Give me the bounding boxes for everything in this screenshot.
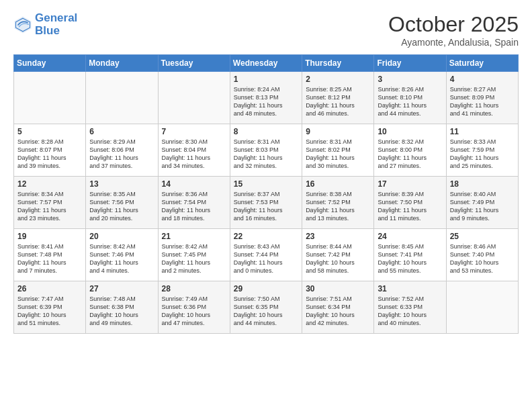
day-cell: 20Sunrise: 8:42 AM Sunset: 7:46 PM Dayli…	[86, 229, 158, 281]
day-number: 3	[378, 75, 442, 84]
title-block: October 2025 Ayamonte, Andalusia, Spain	[388, 12, 519, 48]
day-cell: 27Sunrise: 7:48 AM Sunset: 6:38 PM Dayli…	[86, 281, 158, 334]
week-row-4: 19Sunrise: 8:41 AM Sunset: 7:48 PM Dayli…	[14, 229, 519, 281]
day-number: 16	[306, 179, 370, 189]
day-info: Sunrise: 8:32 AM Sunset: 8:00 PM Dayligh…	[378, 138, 442, 171]
col-header-friday: Friday	[374, 55, 446, 72]
day-info: Sunrise: 8:25 AM Sunset: 8:12 PM Dayligh…	[306, 85, 370, 118]
day-cell	[158, 72, 230, 124]
day-number: 27	[89, 284, 154, 293]
day-info: Sunrise: 7:51 AM Sunset: 6:34 PM Dayligh…	[306, 295, 370, 328]
week-row-3: 12Sunrise: 8:34 AM Sunset: 7:57 PM Dayli…	[14, 177, 519, 229]
day-cell: 23Sunrise: 8:44 AM Sunset: 7:42 PM Dayli…	[302, 229, 374, 281]
day-number: 26	[17, 284, 82, 293]
day-info: Sunrise: 8:33 AM Sunset: 7:59 PM Dayligh…	[450, 138, 515, 171]
day-info: Sunrise: 8:38 AM Sunset: 7:52 PM Dayligh…	[306, 190, 370, 223]
day-info: Sunrise: 8:29 AM Sunset: 8:06 PM Dayligh…	[89, 138, 154, 171]
day-info: Sunrise: 8:44 AM Sunset: 7:42 PM Dayligh…	[306, 242, 370, 275]
day-cell: 31Sunrise: 7:52 AM Sunset: 6:33 PM Dayli…	[374, 281, 446, 334]
calendar-page: General Blue October 2025 Ayamonte, Anda…	[0, 0, 532, 411]
week-row-1: 1Sunrise: 8:24 AM Sunset: 8:13 PM Daylig…	[14, 72, 519, 124]
day-info: Sunrise: 8:45 AM Sunset: 7:41 PM Dayligh…	[378, 242, 442, 275]
day-cell	[446, 281, 518, 334]
day-cell: 6Sunrise: 8:29 AM Sunset: 8:06 PM Daylig…	[86, 124, 158, 177]
day-cell: 14Sunrise: 8:36 AM Sunset: 7:54 PM Dayli…	[158, 177, 230, 229]
svg-marker-0	[14, 16, 31, 33]
day-info: Sunrise: 8:35 AM Sunset: 7:56 PM Dayligh…	[89, 190, 154, 223]
day-number: 12	[17, 179, 82, 189]
day-info: Sunrise: 8:40 AM Sunset: 7:49 PM Dayligh…	[450, 190, 515, 223]
day-cell: 29Sunrise: 7:50 AM Sunset: 6:35 PM Dayli…	[230, 281, 302, 334]
day-number: 10	[378, 127, 442, 136]
day-cell: 30Sunrise: 7:51 AM Sunset: 6:34 PM Dayli…	[302, 281, 374, 334]
day-cell: 3Sunrise: 8:26 AM Sunset: 8:10 PM Daylig…	[374, 72, 446, 124]
day-info: Sunrise: 8:31 AM Sunset: 8:03 PM Dayligh…	[234, 138, 298, 171]
day-info: Sunrise: 7:47 AM Sunset: 6:39 PM Dayligh…	[17, 295, 82, 328]
day-cell	[86, 72, 158, 124]
header: General Blue October 2025 Ayamonte, Anda…	[13, 12, 519, 48]
col-header-tuesday: Tuesday	[158, 55, 230, 72]
header-row: SundayMondayTuesdayWednesdayThursdayFrid…	[14, 55, 519, 72]
day-cell: 11Sunrise: 8:33 AM Sunset: 7:59 PM Dayli…	[446, 124, 518, 177]
col-header-monday: Monday	[86, 55, 158, 72]
col-header-wednesday: Wednesday	[230, 55, 302, 72]
day-info: Sunrise: 8:42 AM Sunset: 7:46 PM Dayligh…	[89, 242, 154, 275]
day-number: 9	[306, 127, 370, 136]
day-cell: 2Sunrise: 8:25 AM Sunset: 8:12 PM Daylig…	[302, 72, 374, 124]
day-info: Sunrise: 7:48 AM Sunset: 6:38 PM Dayligh…	[89, 295, 154, 328]
day-number: 23	[306, 232, 370, 241]
calendar-subtitle: Ayamonte, Andalusia, Spain	[388, 37, 519, 48]
day-number: 8	[234, 127, 298, 136]
day-info: Sunrise: 7:50 AM Sunset: 6:35 PM Dayligh…	[234, 295, 298, 328]
day-cell: 10Sunrise: 8:32 AM Sunset: 8:00 PM Dayli…	[374, 124, 446, 177]
day-info: Sunrise: 8:39 AM Sunset: 7:50 PM Dayligh…	[378, 190, 442, 223]
day-cell: 15Sunrise: 8:37 AM Sunset: 7:53 PM Dayli…	[230, 177, 302, 229]
day-number: 20	[89, 232, 154, 241]
day-info: Sunrise: 8:42 AM Sunset: 7:45 PM Dayligh…	[162, 242, 226, 275]
day-number: 31	[378, 284, 442, 293]
day-info: Sunrise: 7:52 AM Sunset: 6:33 PM Dayligh…	[378, 295, 442, 328]
day-cell: 12Sunrise: 8:34 AM Sunset: 7:57 PM Dayli…	[14, 177, 86, 229]
day-cell: 16Sunrise: 8:38 AM Sunset: 7:52 PM Dayli…	[302, 177, 374, 229]
logo-icon	[13, 15, 32, 34]
day-cell: 4Sunrise: 8:27 AM Sunset: 8:09 PM Daylig…	[446, 72, 518, 124]
day-number: 18	[450, 179, 515, 189]
day-number: 30	[306, 284, 370, 293]
day-info: Sunrise: 8:27 AM Sunset: 8:09 PM Dayligh…	[450, 85, 515, 118]
day-info: Sunrise: 8:37 AM Sunset: 7:53 PM Dayligh…	[234, 190, 298, 223]
calendar-table: SundayMondayTuesdayWednesdayThursdayFrid…	[13, 54, 519, 334]
day-info: Sunrise: 7:49 AM Sunset: 6:36 PM Dayligh…	[162, 295, 226, 328]
day-number: 1	[234, 75, 298, 84]
day-info: Sunrise: 8:46 AM Sunset: 7:40 PM Dayligh…	[450, 242, 515, 275]
day-info: Sunrise: 8:34 AM Sunset: 7:57 PM Dayligh…	[17, 190, 82, 223]
day-info: Sunrise: 8:41 AM Sunset: 7:48 PM Dayligh…	[17, 242, 82, 275]
calendar-title: October 2025	[388, 12, 519, 37]
day-cell: 22Sunrise: 8:43 AM Sunset: 7:44 PM Dayli…	[230, 229, 302, 281]
day-number: 13	[89, 179, 154, 189]
day-info: Sunrise: 8:31 AM Sunset: 8:02 PM Dayligh…	[306, 138, 370, 171]
day-cell: 7Sunrise: 8:30 AM Sunset: 8:04 PM Daylig…	[158, 124, 230, 177]
day-number: 25	[450, 232, 515, 241]
day-number: 24	[378, 232, 442, 241]
logo: General Blue	[13, 12, 77, 37]
day-number: 28	[162, 284, 226, 293]
day-info: Sunrise: 8:36 AM Sunset: 7:54 PM Dayligh…	[162, 190, 226, 223]
day-cell: 28Sunrise: 7:49 AM Sunset: 6:36 PM Dayli…	[158, 281, 230, 334]
day-number: 11	[450, 127, 515, 136]
day-number: 7	[162, 127, 226, 136]
day-cell: 1Sunrise: 8:24 AM Sunset: 8:13 PM Daylig…	[230, 72, 302, 124]
day-number: 21	[162, 232, 226, 241]
day-number: 17	[378, 179, 442, 189]
day-number: 14	[162, 179, 226, 189]
day-cell: 5Sunrise: 8:28 AM Sunset: 8:07 PM Daylig…	[14, 124, 86, 177]
day-info: Sunrise: 8:43 AM Sunset: 7:44 PM Dayligh…	[234, 242, 298, 275]
col-header-sunday: Sunday	[14, 55, 86, 72]
day-cell: 26Sunrise: 7:47 AM Sunset: 6:39 PM Dayli…	[14, 281, 86, 334]
week-row-5: 26Sunrise: 7:47 AM Sunset: 6:39 PM Dayli…	[14, 281, 519, 334]
day-number: 4	[450, 75, 515, 84]
day-info: Sunrise: 8:26 AM Sunset: 8:10 PM Dayligh…	[378, 85, 442, 118]
week-row-2: 5Sunrise: 8:28 AM Sunset: 8:07 PM Daylig…	[14, 124, 519, 177]
day-number: 22	[234, 232, 298, 241]
day-cell: 24Sunrise: 8:45 AM Sunset: 7:41 PM Dayli…	[374, 229, 446, 281]
day-cell: 8Sunrise: 8:31 AM Sunset: 8:03 PM Daylig…	[230, 124, 302, 177]
